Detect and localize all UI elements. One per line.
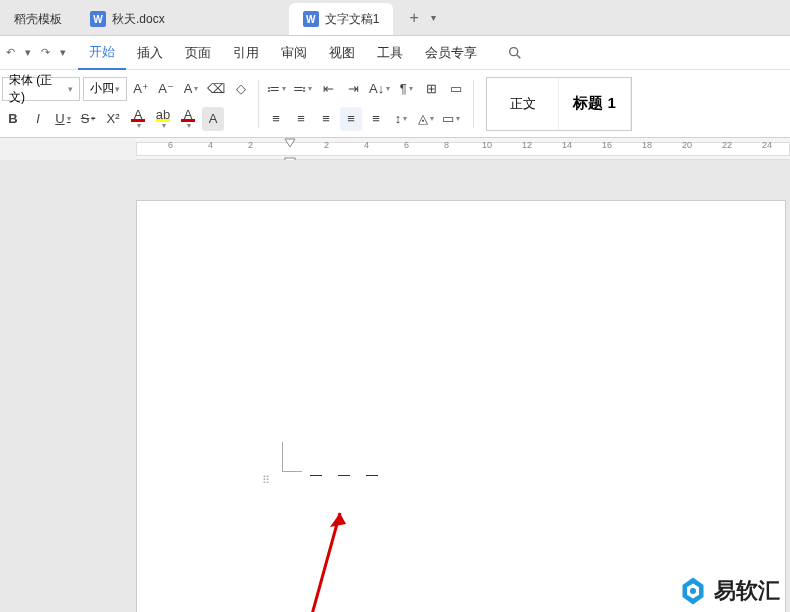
tab-doc-new[interactable]: W 文字文稿1 (289, 3, 394, 35)
ribbon: 宋体 (正文)▾ 小四▾ A⁺ A⁻ A ⌫ ◇ B I U S X² A ab… (0, 70, 790, 138)
document-area[interactable]: ⠿ (0, 160, 790, 612)
menubar: ↶ ▾ ↷ ▾ 开始 插入 页面 引用 审阅 视图 工具 会员专享 (0, 36, 790, 70)
font-color-button[interactable]: A (177, 107, 199, 131)
para-shading-button[interactable]: ◬ (415, 107, 437, 131)
tab-label: 秋天.docx (112, 11, 165, 28)
svg-line-1 (517, 55, 520, 58)
strike-button[interactable]: S (77, 107, 99, 131)
ruler-tick: 16 (602, 140, 612, 150)
search-icon[interactable] (496, 36, 534, 70)
diamond-icon: ◇ (236, 81, 246, 96)
watermark-text: 易软汇 (714, 576, 780, 606)
tab-button[interactable]: ▭ (445, 77, 467, 101)
ruler-tick: 2 (248, 140, 253, 150)
tab-dropdown[interactable]: ▾ (427, 12, 440, 23)
align-center-button[interactable]: ≡ (290, 107, 312, 131)
underline-button[interactable]: U (52, 107, 74, 131)
redo-dropdown[interactable]: ▾ (60, 46, 66, 59)
ruler[interactable]: 6 4 2 2 4 6 8 10 12 14 16 18 20 22 24 (136, 138, 790, 160)
ruler-tick: 6 (404, 140, 409, 150)
superscript-button[interactable]: X² (102, 107, 124, 131)
watermark: 易软汇 (678, 576, 780, 606)
sort-button[interactable]: A↓ (367, 77, 392, 101)
italic-button[interactable]: I (27, 107, 49, 131)
menu-review[interactable]: 审阅 (270, 36, 318, 70)
style-heading1[interactable]: 标题 1 (559, 78, 631, 130)
tab-label: 稻壳模板 (14, 11, 62, 28)
shrink-font-button[interactable]: A⁻ (155, 77, 177, 101)
ruler-tick: 24 (762, 140, 772, 150)
indent-marker-icon[interactable] (284, 138, 296, 148)
logo-icon (678, 576, 708, 606)
grow-font-button[interactable]: A⁺ (130, 77, 152, 101)
menu-insert[interactable]: 插入 (126, 36, 174, 70)
numbering-button[interactable]: ≕ (291, 77, 314, 101)
svg-marker-2 (285, 139, 295, 147)
outdent-button[interactable]: ⇤ (317, 77, 339, 101)
indent-button[interactable]: ⇥ (342, 77, 364, 101)
style-normal[interactable]: 正文 (487, 78, 559, 130)
menu-view[interactable]: 视图 (318, 36, 366, 70)
ruler-tick: 2 (324, 140, 329, 150)
align-left-button[interactable]: ≡ (265, 107, 287, 131)
new-tab-button[interactable]: + (401, 9, 426, 27)
tab-doc-autumn[interactable]: W 秋天.docx (76, 3, 179, 35)
align-justify-button[interactable]: ≡ (340, 107, 362, 131)
font-effect-button[interactable]: A (127, 107, 149, 131)
align-right-button[interactable]: ≡ (315, 107, 337, 131)
char-shading-button[interactable]: A (202, 107, 224, 131)
bold-button[interactable]: B (2, 107, 24, 131)
undo-button[interactable]: ↶ (6, 46, 15, 59)
font-size-select[interactable]: 小四▾ (83, 77, 127, 101)
change-case-button[interactable]: A (180, 77, 202, 101)
redo-button[interactable]: ↷ (41, 46, 50, 59)
tab-template[interactable]: 稻壳模板 (0, 3, 76, 35)
menu-tools[interactable]: 工具 (366, 36, 414, 70)
font-name-select[interactable]: 宋体 (正文)▾ (2, 77, 80, 101)
line-spacing-button[interactable]: ↕ (390, 107, 412, 131)
word-icon: W (303, 11, 319, 27)
bullets-button[interactable]: ≔ (265, 77, 288, 101)
styles-gallery: 正文 标题 1 (486, 77, 632, 131)
ruler-tick: 6 (168, 140, 173, 150)
eraser-icon: ⌫ (207, 81, 225, 96)
para-border-button[interactable]: ▭ (440, 107, 462, 131)
page[interactable] (136, 200, 786, 612)
svg-point-6 (690, 588, 696, 594)
menu-home[interactable]: 开始 (78, 36, 126, 70)
clear-format-button[interactable]: ⌫ (205, 77, 227, 101)
menu-page[interactable]: 页面 (174, 36, 222, 70)
ruler-tick: 22 (722, 140, 732, 150)
svg-point-0 (510, 47, 518, 55)
word-icon: W (90, 11, 106, 27)
ruler-tick: 10 (482, 140, 492, 150)
ruler-tick: 20 (682, 140, 692, 150)
border-button[interactable]: ⊞ (420, 77, 442, 101)
undo-dropdown[interactable]: ▾ (25, 46, 31, 59)
align-distribute-button[interactable]: ≡ (365, 107, 387, 131)
ruler-tick: 4 (364, 140, 369, 150)
ruler-tick: 4 (208, 140, 213, 150)
show-marks-button[interactable]: ¶ (395, 77, 417, 101)
drag-handle-icon[interactable]: ⠿ (262, 474, 269, 487)
menu-member[interactable]: 会员专享 (414, 36, 488, 70)
ruler-tick: 12 (522, 140, 532, 150)
menu-reference[interactable]: 引用 (222, 36, 270, 70)
ruler-tick: 14 (562, 140, 572, 150)
tab-label: 文字文稿1 (325, 11, 380, 28)
ruler-tick: 18 (642, 140, 652, 150)
format-painter-button[interactable]: ◇ (230, 77, 252, 101)
highlight-button[interactable]: ab (152, 107, 174, 131)
ruler-tick: 8 (444, 140, 449, 150)
